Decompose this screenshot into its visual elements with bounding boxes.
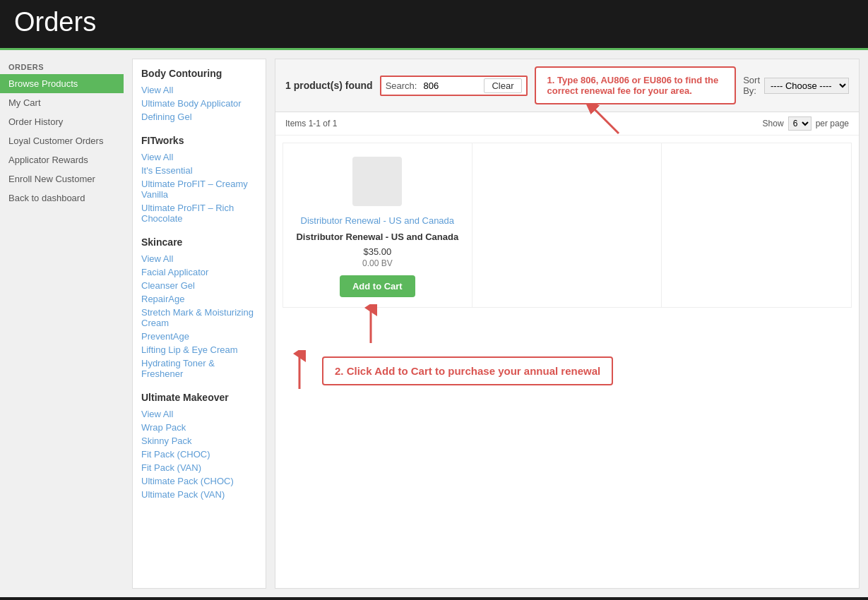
products-found: 1 product(s) found <box>285 80 373 91</box>
sort-bar: Sort By: ---- Choose ---- <box>743 75 849 96</box>
callout-box-2: 2. Click Add to Cart to purchase your an… <box>322 356 613 385</box>
search-box-wrapper: Search: Clear <box>380 76 528 96</box>
products-panel: 1 product(s) found Search: Clear <box>275 59 860 589</box>
search-bar: 1 product(s) found Search: Clear <box>275 59 859 112</box>
category-link-profit-creamy-vanilla[interactable]: Ultimate ProFIT – Creamy Vanilla <box>141 177 257 201</box>
search-label: Search: <box>386 80 417 91</box>
category-group-body-contouring: Body Contouring View All Ultimate Body A… <box>141 68 257 124</box>
category-link-wrap-pack[interactable]: Wrap Pack <box>141 421 257 434</box>
page-header: Orders <box>0 0 868 50</box>
category-link-skinny-pack[interactable]: Skinny Pack <box>141 434 257 448</box>
category-group-fitworks: FITworks View All It's Essential Ultimat… <box>141 135 257 225</box>
category-link-profit-rich-chocolate[interactable]: Ultimate ProFIT – Rich Chocolate <box>141 201 257 225</box>
category-link-skincare-view-all[interactable]: View All <box>141 252 257 265</box>
category-link-repariage[interactable]: RepairAge <box>141 292 257 306</box>
category-link-fitworks-view-all[interactable]: View All <box>141 150 257 164</box>
category-link-ultimate-pack-van[interactable]: Ultimate Pack (VAN) <box>141 488 257 501</box>
arrow-up-icon <box>285 350 314 392</box>
sidebar-item-enroll-new-customer[interactable]: Enroll New Customer <box>0 169 124 188</box>
sort-select[interactable]: ---- Choose ---- <box>764 78 849 94</box>
category-link-makeover-view-all[interactable]: View All <box>141 407 257 421</box>
callout-box-1: 1. Type 806, AU806 or EU806 to find the … <box>535 66 737 104</box>
category-link-stretch-mark[interactable]: Stretch Mark & Moisturizing Cream <box>141 306 257 330</box>
product-cell-empty-2 <box>472 143 662 308</box>
per-page-label: per page <box>816 119 849 128</box>
sidebar-item-order-history[interactable]: Order History <box>0 112 124 131</box>
page-title: Orders <box>14 7 854 37</box>
product-cell-1: Distributor Renewal - US and Canada Dist… <box>283 143 472 308</box>
items-count: Items 1-1 of 1 <box>285 119 337 128</box>
category-link-ultimate-body-applicator[interactable]: Ultimate Body Applicator <box>141 97 257 110</box>
category-link-fit-pack-choc[interactable]: Fit Pack (CHOC) <box>141 448 257 461</box>
items-info-row: Items 1-1 of 1 Show 6 per page <box>275 112 859 136</box>
sidebar-item-back-to-dashboard[interactable]: Back to dashboard <box>0 188 124 208</box>
category-panel: Body Contouring View All Ultimate Body A… <box>132 59 266 589</box>
category-group-title-fitworks: FITworks <box>141 135 257 146</box>
show-label: Show <box>763 119 784 128</box>
category-link-lifting-lip-eye[interactable]: Lifting Lip & Eye Cream <box>141 343 257 356</box>
product-image-placeholder <box>352 157 402 206</box>
search-input[interactable] <box>420 79 484 92</box>
callout-text-2: 2. Click Add to Cart to purchase your an… <box>335 365 600 377</box>
category-group-title-skincare: Skincare <box>141 236 257 248</box>
sidebar-item-loyal-customer-orders[interactable]: Loyal Customer Orders <box>0 131 124 150</box>
clear-button[interactable]: Clear <box>484 78 521 93</box>
sort-label: Sort By: <box>743 75 760 96</box>
category-link-body-contouring-view-all[interactable]: View All <box>141 83 257 97</box>
add-to-cart-button[interactable]: Add to Cart <box>340 275 415 297</box>
product-grid: Distributor Renewal - US and Canada Dist… <box>275 136 859 315</box>
sidebar-item-my-cart[interactable]: My Cart <box>0 93 124 112</box>
category-link-its-essential[interactable]: It's Essential <box>141 164 257 177</box>
callout-text-1: 1. Type 806, AU806 or EU806 to find the … <box>547 75 719 96</box>
sidebar-item-applicator-rewards[interactable]: Applicator Rewards <box>0 150 124 169</box>
sidebar: ORDERS Browse Products My Cart Order His… <box>0 50 124 597</box>
product-price: $35.00 <box>363 246 391 257</box>
category-link-cleanser-gel[interactable]: Cleanser Gel <box>141 279 257 292</box>
category-link-hydrating-toner[interactable]: Hydrating Toner & Freshener <box>141 356 257 380</box>
category-link-facial-applicator[interactable]: Facial Applicator <box>141 265 257 279</box>
product-title: Distributor Renewal - US and Canada <box>296 232 458 244</box>
category-link-defining-gel[interactable]: Defining Gel <box>141 110 257 124</box>
product-image-area <box>290 153 465 210</box>
bottom-callout-row: 2. Click Add to Cart to purchase your an… <box>275 322 859 402</box>
category-group-title-body-contouring: Body Contouring <box>141 68 257 79</box>
category-group-title-ultimate-makeover: Ultimate Makeover <box>141 392 257 403</box>
content-area: Body Contouring View All Ultimate Body A… <box>124 50 868 597</box>
show-select[interactable]: 6 <box>788 116 811 131</box>
category-link-fit-pack-van[interactable]: Fit Pack (VAN) <box>141 461 257 474</box>
sidebar-section-title: ORDERS <box>0 57 124 74</box>
category-group-skincare: Skincare View All Facial Applicator Clea… <box>141 236 257 380</box>
product-bv: 0.00 BV <box>362 258 393 268</box>
main-layout: ORDERS Browse Products My Cart Order His… <box>0 50 868 597</box>
product-link[interactable]: Distributor Renewal - US and Canada <box>301 215 455 226</box>
category-group-ultimate-makeover: Ultimate Makeover View All Wrap Pack Ski… <box>141 392 257 501</box>
category-link-ultimate-pack-choc[interactable]: Ultimate Pack (CHOC) <box>141 474 257 488</box>
show-row: Show 6 per page <box>763 116 849 131</box>
product-cell-empty-3 <box>662 143 852 308</box>
category-link-preventage[interactable]: PreventAge <box>141 330 257 343</box>
sidebar-item-browse-products[interactable]: Browse Products <box>0 74 124 93</box>
